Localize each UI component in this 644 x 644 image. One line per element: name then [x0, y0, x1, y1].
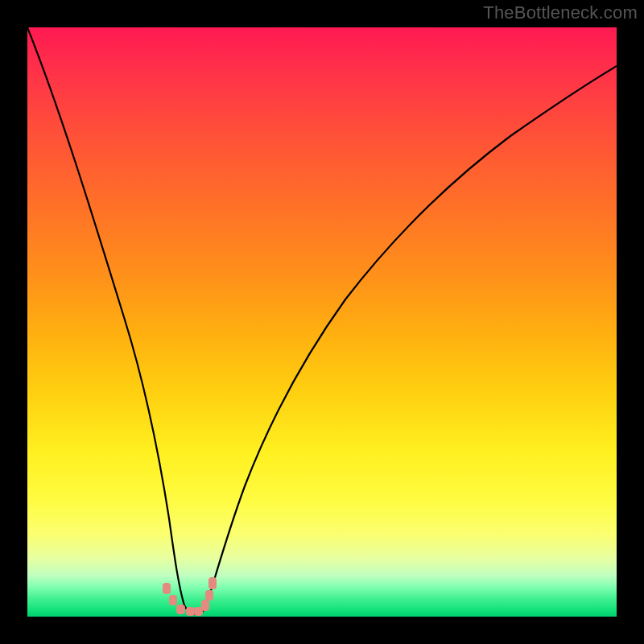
bottleneck-curve: [27, 27, 617, 617]
curve-marker: [201, 600, 209, 611]
curve-path: [27, 27, 617, 614]
curve-marker: [205, 590, 213, 601]
chart-frame: TheBottleneck.com: [0, 0, 644, 644]
curve-marker: [176, 605, 185, 614]
curve-marker: [186, 607, 195, 616]
curve-marker: [169, 595, 177, 605]
curve-marker: [163, 583, 171, 594]
marker-group: [163, 577, 217, 616]
watermark-text: TheBottleneck.com: [483, 2, 638, 23]
curve-marker: [208, 577, 217, 589]
plot-area: [27, 27, 617, 617]
